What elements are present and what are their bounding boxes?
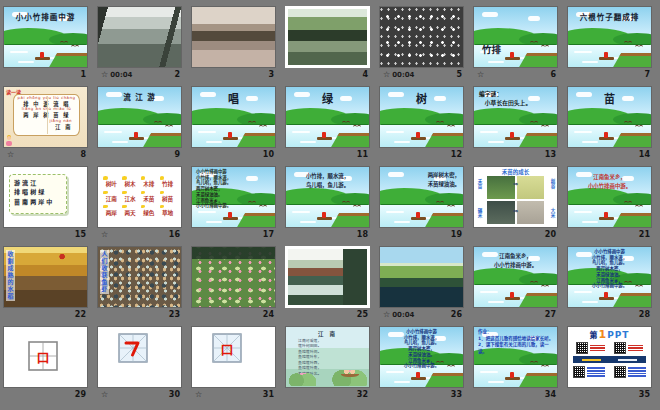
slide-thumbnail[interactable]: 树 [379, 86, 464, 148]
slide-thumbnail[interactable]: 唱 [191, 86, 276, 148]
bird-icon [248, 201, 256, 205]
slide-thumbnail[interactable] [285, 6, 370, 68]
water-streak [394, 141, 410, 143]
slide-thumbnail[interactable] [97, 326, 182, 388]
promo-row [573, 366, 646, 378]
slide-cell: ☆30 [97, 326, 182, 401]
lotus-decoration [288, 373, 316, 386]
slide-thumbnail[interactable]: 小小竹排画中游 小竹排，顺水流， 鸟儿唱，鱼儿游。 两岸树木密， 禾苗绿油油。 … [379, 326, 464, 388]
bird-icon [624, 121, 632, 125]
slide-cell: 人们收获鱼虾23 [97, 246, 182, 321]
slide-label-row: ☆8 [3, 149, 88, 160]
slide-thumbnail[interactable] [379, 6, 464, 68]
slide-number: 7 [644, 70, 650, 79]
slide-thumbnail[interactable]: 禾苗的成长⇒⇒禾苗稻谷碾米大米 [473, 166, 558, 228]
slide-thumbnail[interactable]: 口 [3, 326, 88, 388]
slide-thumbnail[interactable] [191, 246, 276, 308]
text-bar [628, 367, 646, 369]
slide-number: 4 [362, 70, 368, 79]
bird-icon [541, 365, 549, 369]
tian-writing-grid: 口 [28, 341, 58, 371]
slide-thumbnail[interactable]: 竹排 [473, 6, 558, 68]
slide-cell: ☆00:0426 [379, 246, 464, 321]
slide-cell: 作业： 1、把这首儿歌有感情地读给家长听。 2、课下搜集有关江南的儿歌，读一读。… [473, 326, 558, 401]
slide-number: 3 [268, 70, 274, 79]
slide-cell: 江 南江南可采莲， 莲叶何田田。 鱼戏莲叶间。 鱼戏莲叶东， 鱼戏莲叶西， 鱼戏… [285, 326, 370, 401]
slide-thumbnail[interactable]: 江南鱼米乡， 小小竹排画中游。 [473, 246, 558, 308]
slide-thumbnail[interactable]: 编字谜： 小草长在田头上。 [473, 86, 558, 148]
slide-label-row: 3 [191, 69, 276, 80]
animation-star-icon: ☆ [101, 231, 108, 239]
slide-label-row: ☆6 [473, 69, 558, 80]
photo-tile [517, 201, 545, 224]
slide-thumbnail[interactable]: 小竹排，顺水流， 鸟儿唱，鱼儿游。 [285, 166, 370, 228]
boatman-figure [416, 212, 420, 218]
boatman-figure [510, 292, 514, 298]
slide-thumbnail[interactable]: 第1PPT [567, 326, 652, 388]
site-logo-text: 第 [590, 329, 598, 340]
slide-thumbnail[interactable]: 收割成熟的水稻 [3, 246, 88, 308]
slide-thumbnail[interactable]: 人们收获鱼虾 [97, 246, 182, 308]
bird-icon [353, 205, 361, 209]
water-streak [104, 131, 122, 133]
slide-title-text: 唱 [192, 90, 275, 106]
slide-title-text: 六根竹子翻成排 [568, 11, 651, 22]
slide-cell: 4 [285, 6, 370, 81]
slide-thumbnail[interactable] [191, 6, 276, 68]
slide-label-row: 23 [97, 309, 182, 320]
boatman-figure [134, 132, 138, 138]
slide-number: 25 [357, 310, 368, 319]
slide-thumbnail[interactable]: 小小竹排画中游 小竹排，顺水流， 鸟儿唱，鱼儿游。 两岸树木密， 禾苗绿油油。 … [191, 166, 276, 228]
photo-label: 稻谷 [549, 179, 555, 190]
slide-title-text: 绿 [286, 90, 369, 106]
slide-thumbnail[interactable]: 作业： 1、把这首儿歌有感情地读给家长听。 2、课下搜集有关江南的儿歌，读一读。 [473, 326, 558, 388]
slide-cell: ☆00:045 [379, 6, 464, 81]
water-streak [394, 381, 410, 383]
bird-icon [530, 41, 538, 45]
slide-thumbnail[interactable] [285, 246, 370, 308]
slide-number: 14 [639, 150, 650, 159]
slide-number: 2 [174, 70, 180, 79]
promo-banner [573, 356, 645, 363]
slide-thumbnail[interactable]: 口 [191, 326, 276, 388]
slide-label-row: 4 [285, 69, 370, 80]
vocabulary-word: 木排 [140, 180, 159, 188]
bird-icon [71, 45, 79, 49]
mi-writing-grid [118, 333, 148, 363]
water-streak [582, 141, 598, 143]
slide-thumbnail[interactable] [97, 6, 182, 68]
slide-label-row: 15 [3, 229, 88, 240]
photo-caption-text: 人们收获鱼虾 [100, 250, 109, 294]
animation-star-icon: ☆ [383, 311, 390, 319]
water-streak [488, 301, 504, 303]
slide-thumbnail[interactable]: 江南鱼米乡， 小小竹排画中游。 [567, 166, 652, 228]
bird-icon [447, 125, 455, 129]
slide-label-row: 14 [567, 149, 652, 160]
slide-thumbnail[interactable]: 树叶树木木排竹排江南江水禾苗树苗两岸两天绿色草地 [97, 166, 182, 228]
slide-thumbnail[interactable]: 江 南江南可采莲， 莲叶何田田。 鱼戏莲叶间。 鱼戏莲叶东， 鱼戏莲叶西， 鱼戏… [285, 326, 370, 388]
slide-thumbnail[interactable]: 绿 [285, 86, 370, 148]
slide-label-row: 33 [379, 389, 464, 400]
slide-thumbnail[interactable]: 小小竹排画中游 小竹排，顺水流， 鸟儿唱，鱼儿游。 两岸树木密， 禾苗绿油油。 … [567, 246, 652, 308]
slide-thumbnail[interactable]: 六根竹子翻成排 [567, 6, 652, 68]
boatman-figure [510, 132, 514, 138]
slide-number: 20 [545, 230, 556, 239]
animation-star-icon: ☆ [195, 391, 202, 399]
slide-thumbnail[interactable]: 苗 [567, 86, 652, 148]
water-streak [480, 371, 498, 373]
bird-icon [530, 281, 538, 285]
text-bar [587, 373, 605, 375]
slide-label-row: 27 [473, 309, 558, 320]
slide-thumbnail[interactable]: 两岸树木密， 禾苗绿油油。 [379, 166, 464, 228]
boatman-figure [604, 132, 608, 138]
slide-thumbnail[interactable]: 读一读pái zhōng yóu liú chàng排 中 游 流 唱liǎng… [3, 86, 88, 148]
bird-icon [541, 285, 549, 289]
slide-thumbnail[interactable]: 流 江 游 [97, 86, 182, 148]
slide-body-text: 两岸树木密， 禾苗绿油油。 [428, 171, 460, 188]
slide-thumbnail[interactable] [379, 246, 464, 308]
slide-number: 1 [80, 70, 86, 79]
slide-thumbnail[interactable]: 游 流 江 排 唱 树 绿 苗 南 两 岸 中 [3, 166, 88, 228]
slide-thumbnail[interactable]: 小小竹排画中游 [3, 6, 88, 68]
water-streak [574, 51, 592, 53]
slide-cell: 编字谜： 小草长在田头上。13 [473, 86, 558, 161]
